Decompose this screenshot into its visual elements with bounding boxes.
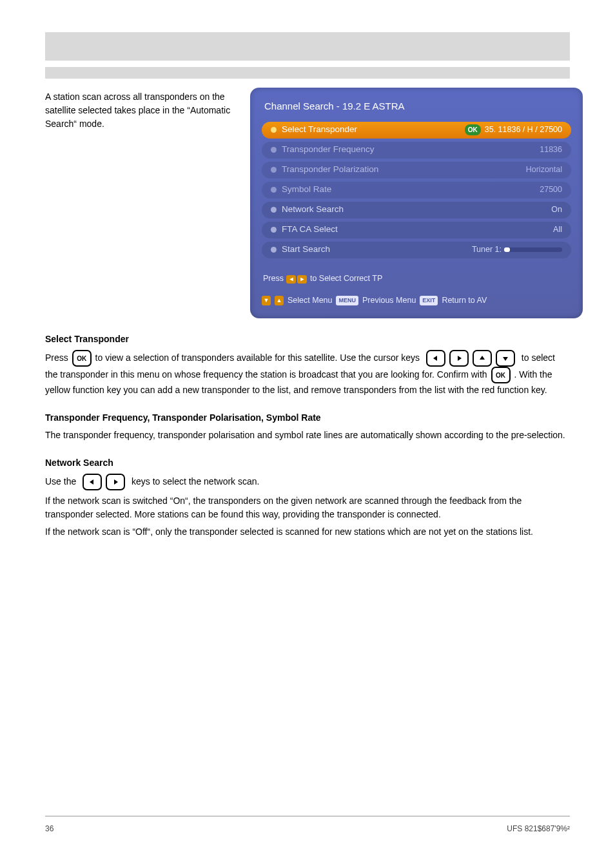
bullet-icon — [271, 147, 277, 153]
osd-row-start[interactable]: Start SearchTuner 1: — [262, 242, 571, 258]
paragraph: Press OK to view a selection of transpon… — [45, 350, 570, 397]
osd-hint: Press ◄► to Select Correct TP — [263, 273, 571, 285]
paragraph-heading: Network Search — [45, 456, 570, 470]
paragraph-heading: Select Transponder — [45, 333, 570, 346]
up-icon: ▲ — [275, 296, 284, 306]
bullet-icon — [271, 207, 277, 213]
row-value: OK35. 11836 / H / 27500 — [465, 124, 562, 136]
row-label: Symbol Rate — [282, 183, 540, 196]
exit-key-icon: EXIT — [420, 296, 438, 306]
paragraph: If the network scan is switched “On“, th… — [45, 494, 570, 521]
paragraph-heading: Transponder Frequency, Transponder Polar… — [45, 411, 570, 425]
left-key-icon — [83, 474, 102, 490]
footer-right: UFS 821$687'9%² — [507, 823, 570, 834]
body-copy: Select TransponderPress OK to view a sel… — [45, 333, 570, 539]
ok-pill-icon: OK — [465, 124, 481, 135]
footer-rule — [45, 816, 570, 816]
page-footer: 36 UFS 821$687'9%² — [45, 823, 570, 834]
row-label: Transponder Polarization — [282, 163, 526, 176]
osd-title: Channel Search - 19.2 E ASTRA — [264, 99, 571, 114]
osd-screenshot: Channel Search - 19.2 E ASTRA Select Tra… — [250, 88, 583, 318]
row-label: Start Search — [282, 243, 472, 256]
ok-key-icon: OK — [491, 367, 511, 383]
row-label: Select Transponder — [282, 123, 465, 136]
row-label: Network Search — [282, 203, 551, 216]
row-value: Tuner 1: — [472, 244, 562, 256]
right-key-icon — [106, 474, 125, 490]
bullet-icon — [271, 187, 277, 193]
paragraph: If the network scan is “Off“, only the t… — [45, 525, 570, 539]
bullet-icon — [271, 167, 277, 173]
row-value: On — [551, 204, 562, 216]
right-key-icon — [449, 350, 469, 367]
signal-bar — [504, 247, 562, 252]
row-label: Transponder Frequency — [282, 143, 540, 156]
down-icon: ▼ — [262, 296, 271, 306]
page-number: 36 — [45, 823, 54, 834]
down-key-icon — [496, 350, 515, 367]
section-subtitle-bar — [45, 67, 570, 79]
right-icon: ► — [297, 275, 307, 284]
row-value: 27500 — [540, 184, 562, 196]
paragraph: Use the keys to select the network scan. — [45, 474, 570, 490]
up-key-icon — [473, 350, 492, 367]
ok-key-icon: OK — [72, 350, 92, 367]
intro-paragraph: A station scan across all transponders o… — [45, 88, 239, 318]
osd-row-tp-pol: Transponder PolarizationHorizontal — [262, 162, 571, 178]
row-value: 11836 — [540, 144, 562, 156]
left-key-icon — [426, 350, 445, 367]
section-title-bar — [45, 32, 570, 61]
osd-row-fta-ca[interactable]: FTA CA SelectAll — [262, 222, 571, 238]
row-value: All — [553, 224, 562, 236]
osd-row-select-tp[interactable]: Select TransponderOK35. 11836 / H / 2750… — [262, 122, 571, 139]
bullet-icon — [271, 227, 277, 233]
row-label: FTA CA Select — [282, 223, 553, 236]
row-value: Horizontal — [526, 164, 562, 176]
menu-key-icon: MENU — [336, 296, 358, 306]
bullet-icon — [271, 247, 277, 253]
bullet-icon — [271, 127, 277, 133]
osd-footer: ▼▲ Select Menu MENU Previous Menu EXIT R… — [262, 294, 571, 307]
paragraph: The transponder frequency, transponder p… — [45, 429, 570, 442]
left-icon: ◄ — [286, 275, 296, 284]
osd-row-sym-rate: Symbol Rate27500 — [262, 182, 571, 198]
osd-row-tp-freq: Transponder Frequency11836 — [262, 142, 571, 159]
osd-row-net-search[interactable]: Network SearchOn — [262, 202, 571, 218]
